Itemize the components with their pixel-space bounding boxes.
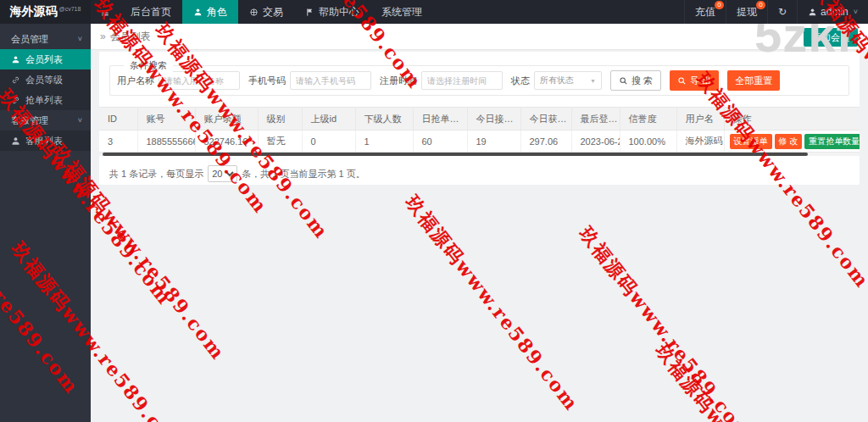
quick-link-label: 充值 [695,5,715,19]
breadcrumb-arrow-icon: » [100,31,106,42]
set-dispatch-button[interactable]: 设置派单 [730,134,772,149]
table-cell: 1 [355,130,413,153]
quick-link-1[interactable]: 提现0 [726,0,767,24]
top-nav-item-label: 后台首页 [131,5,171,19]
column-header-1: 账号 [137,108,195,130]
register-time-input[interactable] [421,71,503,90]
sidebar-item-0-2[interactable]: 抢单列表 [0,90,91,110]
sidebar-group-0[interactable]: 会员管理˅ [0,29,91,49]
edit-button[interactable]: 修 改 [775,134,803,149]
table-cell: 60 [413,130,467,153]
table-row: 318855556666522746.19暂无016019297.062023-… [99,130,860,153]
table-header-row: ID账号账户余额级别上级id下级人数日抢单最大量今日接单数量今日获佣金最后登录时… [99,108,860,130]
table-cell: 18855556666 [137,130,195,153]
quick-links: 充值0提现0 [684,0,767,24]
table-cell: 522746.19 [195,130,258,153]
topbar-right: 充值0提现0 ↻ admin ˅ [684,0,868,24]
username-input[interactable] [159,71,240,90]
sidebar: 会员管理˅会员列表会员等级抢单列表客服管理˅客服列表 [0,24,91,422]
notification-badge: 0 [756,1,765,9]
sidebar-group-1[interactable]: 客服管理˅ [0,110,91,130]
top-nav-item-0[interactable]: 后台首页 [120,0,182,24]
table-cell: 海外源码 [676,130,724,153]
table-cell: 暂无 [258,130,302,153]
table-cell: 100.00% [620,130,676,153]
quick-link-0[interactable]: 充值0 [684,0,726,24]
phone-label: 手机号码 [248,75,286,87]
column-header-12: 操作 [724,108,860,130]
user-menu[interactable]: admin ˅ [797,0,868,24]
column-header-0: ID [99,108,137,130]
register-time-label: 注册时间 [380,75,417,87]
top-nav-item-label: 角色 [207,5,227,19]
refresh-icon[interactable]: ↻ [767,0,797,24]
search-panel-title: 条件搜索 [124,59,173,72]
reset-all-button[interactable]: 全部重置 [727,70,780,91]
user-icon [193,8,203,17]
notification-badge: 0 [715,1,724,9]
hamburger-menu-icon[interactable]: ≡ [91,0,120,24]
sidebar-submenu: 客服列表 [0,130,91,151]
top-nav-item-1[interactable]: 角色 [182,0,238,24]
page-size-select[interactable]: 20 [208,165,237,182]
top-nav-item-label: 系统管理 [381,5,422,19]
pagination: 共 1 条记录，每页显示 20 条，共 1 页当前显示第 1 页。 [99,156,860,182]
row-actions-cell: 设置派单修 改重置抢单数量... [724,130,860,153]
sidebar-item-0-1[interactable]: 会员等级 [0,69,91,90]
column-header-9: 最后登录时... [571,108,620,130]
register-time-field-group: 注册时间 [380,71,503,90]
add-member-button[interactable]: 添加会员 [804,28,858,47]
column-header-7: 今日接单数量 [467,108,520,130]
topbar: 海外源码 @cv718 ≡ 后台首页角色交易帮助中心系统管理 充值0提现0 ↻ … [0,0,868,24]
sidebar-item-label: 抢单列表 [25,94,63,107]
search-icon [619,76,628,86]
phone-input[interactable] [290,71,371,90]
scrollbar-thumb[interactable] [103,153,808,156]
username-field-group: 用户名称 [117,71,240,90]
chevron-down-icon: ˅ [78,116,82,125]
status-label: 状态 [511,75,530,87]
column-header-10: 信誉度 [620,108,676,130]
reset-grab-count-button[interactable]: 重置抢单数量 [804,134,860,149]
phone-field-group: 手机号码 [248,71,371,90]
sidebar-item-0-0[interactable]: 会员列表 [0,49,91,69]
table-cell: 0 [302,130,355,153]
top-nav-item-label: 帮助中心 [319,5,359,19]
link-icon [11,96,20,105]
user-name: admin [821,6,849,18]
search-button[interactable]: 搜 索 [610,70,661,91]
table-cell: 2023-06-2... [571,130,620,153]
app-logo-text: 海外源码 [10,4,58,19]
pagination-text-2: 条，共 1 页当前显示第 1 页。 [242,168,364,180]
quick-link-label: 提现 [737,5,757,19]
column-header-6: 日抢单最大量 [413,108,467,130]
top-nav-item-2[interactable]: 交易 [238,0,294,24]
column-header-2: 账户余额 [195,108,258,130]
sidebar-group-label: 会员管理 [11,33,48,46]
search-form: 用户名称 手机号码 注册时间 状态 所有状态 ▼ 搜 索 导 出 全部重置 [110,66,849,95]
status-field-group: 状态 所有状态 ▼ [511,71,602,90]
search-icon [677,76,687,86]
top-nav-item-3[interactable]: 帮助中心 [294,0,370,24]
table-cell: 3 [99,130,137,153]
app-logo-sup: @cv718 [59,6,81,12]
chevron-down-icon: ˅ [854,8,858,16]
chevron-down-icon: ˅ [78,35,82,43]
breadcrumb-bar: » 会员列表 添加会员 [91,24,868,50]
sidebar-item-label: 客服列表 [25,135,63,147]
sidebar-submenu: 会员列表会员等级抢单列表 [0,49,91,110]
horizontal-scrollbar[interactable] [99,153,860,156]
column-header-8: 今日获佣金 [520,108,571,130]
search-panel: 条件搜索 用户名称 手机号码 注册时间 状态 所有状态 ▼ 搜 索 [109,65,849,96]
username-label: 用户名称 [117,75,154,87]
sidebar-group-label: 客服管理 [11,114,48,127]
status-select[interactable]: 所有状态 ▼ [534,71,602,90]
export-button[interactable]: 导 出 [670,70,719,91]
table-cell: 19 [467,130,520,153]
user-icon [11,55,20,64]
top-nav-item-4[interactable]: 系统管理 [370,0,433,24]
member-table: ID账号账户余额级别上级id下级人数日抢单最大量今日接单数量今日获佣金最后登录时… [99,107,860,153]
select-caret-icon: ▼ [590,78,596,84]
sidebar-item-1-0[interactable]: 客服列表 [0,130,91,151]
column-header-5: 下级人数 [355,108,413,130]
